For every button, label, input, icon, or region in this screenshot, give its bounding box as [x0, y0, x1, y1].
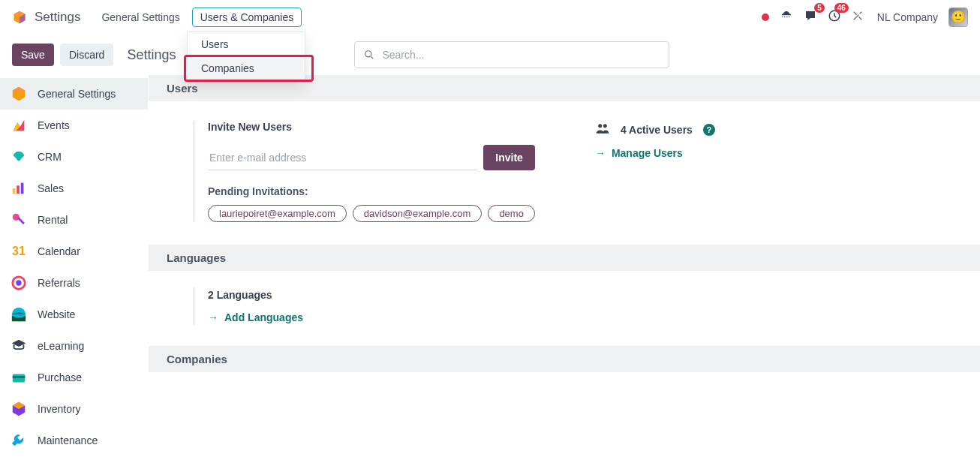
svg-point-17: [16, 280, 21, 285]
svg-point-26: [598, 124, 602, 128]
save-button[interactable]: Save: [12, 44, 54, 66]
section-languages-body: 2 Languages → Add Languages: [149, 271, 980, 346]
svg-point-8: [365, 51, 371, 57]
main-scroll[interactable]: Users Invite New Users Invite Pending In…: [149, 75, 980, 463]
search-input[interactable]: [382, 49, 660, 61]
body: General Settings Events CRM Sales Rental…: [0, 75, 980, 463]
sidebar-item-label: General Settings: [38, 88, 116, 100]
calendar-icon: 31: [11, 243, 27, 260]
sidebar-item-label: CRM: [38, 151, 62, 163]
help-icon[interactable]: ?: [703, 124, 715, 136]
website-icon: [11, 306, 27, 323]
sidebar-item-label: Calendar: [38, 245, 80, 257]
sidebar-item-label: Referrals: [38, 277, 80, 289]
invite-button[interactable]: Invite: [483, 145, 535, 170]
svg-point-6: [789, 17, 790, 18]
sidebar-item-label: Events: [38, 119, 70, 131]
dropdown-item-users[interactable]: Users: [188, 32, 305, 56]
inventory-icon: [11, 401, 27, 417]
sidebar-item-manufacturing[interactable]: Manufacturing: [0, 456, 148, 463]
status-dot-icon[interactable]: [762, 14, 769, 21]
sidebar-item-label: Rental: [38, 214, 68, 226]
add-languages-label: Add Languages: [224, 311, 303, 323]
svg-rect-15: [17, 217, 25, 224]
add-languages-link[interactable]: → Add Languages: [208, 311, 935, 323]
breadcrumb-title: Settings: [127, 47, 176, 63]
sidebar-item-calendar[interactable]: 31 Calendar: [0, 236, 148, 267]
languages-column: 2 Languages → Add Languages: [194, 287, 935, 325]
elearning-icon: [11, 338, 27, 354]
svg-rect-13: [21, 183, 24, 194]
nav-users-companies[interactable]: Users & Companies: [192, 8, 302, 27]
sidebar: General Settings Events CRM Sales Rental…: [0, 75, 148, 463]
sidebar-item-events[interactable]: Events: [0, 110, 148, 141]
sidebar-scroll[interactable]: General Settings Events CRM Sales Rental…: [0, 75, 149, 463]
tools-icon[interactable]: [852, 10, 864, 24]
pending-chip[interactable]: davidson@example.com: [353, 205, 482, 222]
languages-count: 2 Languages: [208, 289, 935, 301]
section-users-body: Invite New Users Invite Pending Invitati…: [149, 101, 980, 245]
nav-general-settings[interactable]: General Settings: [94, 8, 187, 26]
invite-column: Invite New Users Invite Pending Invitati…: [194, 121, 535, 222]
messages-badge: 5: [814, 3, 825, 13]
sidebar-item-inventory[interactable]: Inventory: [0, 393, 148, 425]
app-title: Settings: [35, 10, 80, 25]
maintenance-icon: [11, 432, 27, 449]
messages-icon[interactable]: 5: [804, 9, 817, 25]
purchase-icon: [11, 369, 27, 386]
section-header-companies: Companies: [149, 346, 980, 372]
pending-chip[interactable]: demo: [488, 205, 535, 222]
sales-icon: [11, 180, 27, 197]
top-navbar: Settings General Settings Users & Compan…: [0, 0, 980, 35]
svg-rect-20: [13, 376, 26, 378]
sidebar-item-label: Sales: [38, 182, 64, 194]
phone-icon[interactable]: [780, 9, 793, 25]
activities-badge: 46: [834, 3, 849, 13]
sidebar-item-label: Website: [38, 308, 75, 320]
search-box[interactable]: [354, 41, 669, 68]
sidebar-item-website[interactable]: Website: [0, 299, 148, 330]
sidebar-item-purchase[interactable]: Purchase: [0, 362, 148, 393]
search-icon: [364, 50, 374, 60]
company-selector[interactable]: NL Company: [877, 11, 938, 23]
sidebar-item-elearning[interactable]: eLearning: [0, 330, 148, 362]
invite-title: Invite New Users: [208, 121, 535, 133]
dropdown-item-companies[interactable]: Companies: [188, 56, 305, 80]
hexagon-icon: [11, 86, 27, 102]
svg-point-4: [784, 17, 786, 18]
pending-chip[interactable]: lauriepoiret@example.com: [208, 205, 347, 222]
sidebar-item-label: Maintenance: [38, 434, 98, 446]
sidebar-item-general-settings[interactable]: General Settings: [0, 78, 148, 110]
crm-icon: [11, 149, 27, 165]
sidebar-item-label: eLearning: [38, 340, 84, 352]
sidebar-item-referrals[interactable]: Referrals: [0, 267, 148, 299]
section-header-languages: Languages: [149, 245, 980, 271]
svg-rect-12: [17, 185, 20, 194]
active-users-text: 4 Active Users: [621, 124, 693, 136]
discard-button[interactable]: Discard: [60, 44, 113, 66]
pending-title: Pending Invitations:: [208, 185, 535, 197]
sidebar-item-sales[interactable]: Sales: [0, 173, 148, 204]
events-icon: [11, 117, 27, 134]
users-right-column: 4 Active Users ? → Manage Users: [595, 121, 910, 222]
user-avatar[interactable]: 🙂: [948, 8, 968, 27]
sidebar-item-maintenance[interactable]: Maintenance: [0, 425, 148, 456]
sidebar-item-crm[interactable]: CRM: [0, 141, 148, 173]
action-bar: Save Discard Settings: [0, 35, 980, 75]
sidebar-item-label: Purchase: [38, 371, 82, 383]
activities-icon[interactable]: 46: [828, 9, 841, 25]
arrow-right-icon: →: [208, 311, 218, 323]
active-users-row: 4 Active Users ?: [595, 121, 910, 138]
invite-email-input[interactable]: [208, 146, 477, 170]
manage-users-link[interactable]: → Manage Users: [595, 147, 910, 159]
referrals-icon: [11, 275, 27, 291]
rental-icon: [11, 212, 27, 228]
sidebar-item-rental[interactable]: Rental: [0, 204, 148, 236]
invite-row: Invite: [208, 145, 535, 170]
svg-point-3: [782, 17, 783, 18]
users-group-icon: [595, 121, 610, 138]
svg-point-5: [786, 17, 788, 18]
users-companies-dropdown: Users Companies: [187, 32, 305, 81]
sidebar-item-label: Inventory: [38, 403, 81, 415]
pending-chips: lauriepoiret@example.com davidson@exampl…: [208, 205, 535, 222]
